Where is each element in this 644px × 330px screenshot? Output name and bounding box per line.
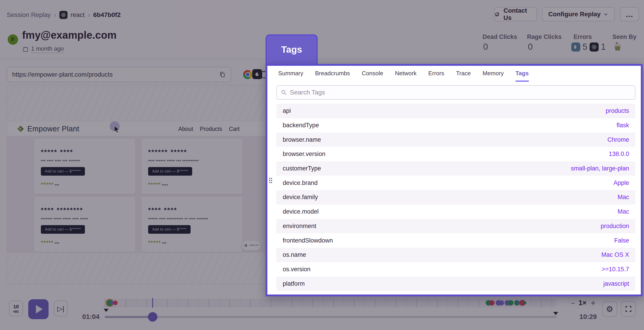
- tag-key: platform: [283, 280, 305, 287]
- tag-value-link[interactable]: small-plan, large-plan: [571, 165, 629, 172]
- react-project-icon: [590, 43, 598, 52]
- tab-network[interactable]: Network: [395, 70, 416, 81]
- tag-value-link[interactable]: False: [614, 237, 629, 244]
- errors-value: 5 1: [571, 42, 606, 52]
- tag-key: frontendSlowdown: [283, 237, 333, 244]
- rewind-10-button[interactable]: 10 ⋘: [9, 301, 23, 316]
- feedback-pill: ****** * ***: [242, 240, 261, 251]
- timeline-event-dot[interactable]: [499, 300, 504, 305]
- breadcrumb-project[interactable]: react: [71, 11, 85, 19]
- replay-url-bar: https://empower-plant.com/products: [7, 67, 231, 82]
- tag-key: os.version: [283, 266, 310, 273]
- tag-value-link[interactable]: flask: [616, 122, 629, 129]
- scrubber-fill: [105, 316, 153, 318]
- rating-count: ***: [55, 241, 60, 245]
- rating-count: ****: [162, 183, 168, 187]
- tab-console[interactable]: Console: [362, 70, 383, 81]
- tag-value-link[interactable]: Mac OS X: [601, 251, 629, 258]
- site-logo-text: Empower Plant: [27, 125, 79, 133]
- fullscreen-button[interactable]: [621, 301, 636, 317]
- replay-details-panel: SummaryBreadcrumbsConsoleNetworkErrorsTr…: [266, 64, 643, 296]
- rewind-chevrons-icon: ⋘: [13, 310, 19, 313]
- search-tags-box: [276, 85, 636, 100]
- rating-stars: *****: [41, 240, 54, 246]
- tag-value-link[interactable]: javascript: [603, 280, 629, 287]
- tag-value-link[interactable]: Apple: [614, 179, 629, 186]
- empower-plant-logo-icon: [17, 125, 24, 132]
- tag-key: device.family: [283, 194, 318, 201]
- chevron-right-icon: ›: [88, 11, 90, 19]
- play-button[interactable]: [28, 299, 48, 319]
- panel-tabs: SummaryBreadcrumbsConsoleNetworkErrorsTr…: [278, 70, 529, 82]
- replay-timestamp: 1 month ago: [22, 45, 64, 53]
- scrubber-handle[interactable]: [148, 312, 158, 322]
- more-options-button[interactable]: …: [620, 7, 639, 21]
- tag-value-link[interactable]: Mac: [618, 194, 629, 201]
- cupcake-avatar-icon: [612, 41, 623, 52]
- tag-value-link[interactable]: products: [606, 107, 629, 114]
- search-tags-input[interactable]: [290, 89, 631, 96]
- tag-value-link[interactable]: 138.0.0: [609, 151, 629, 158]
- configure-replay-button[interactable]: Configure Replay: [542, 7, 615, 21]
- tab-memory[interactable]: Memory: [482, 70, 504, 81]
- current-url: https://empower-plant.com/products: [12, 71, 216, 78]
- current-time: 01:04: [82, 313, 100, 320]
- tag-value-link[interactable]: Chrome: [608, 136, 629, 143]
- next-breadcrumb-button[interactable]: ▷|: [54, 301, 68, 316]
- tab-breadcrumbs[interactable]: Breadcrumbs: [315, 70, 350, 81]
- panel-drag-handle[interactable]: [269, 178, 274, 184]
- tag-value-link[interactable]: production: [601, 223, 629, 230]
- masked-product-title: ****** *****: [148, 148, 187, 156]
- tag-value-link[interactable]: Mac: [618, 208, 629, 215]
- fullscreen-icon: [625, 305, 632, 312]
- contact-us-button[interactable]: Contact Us: [494, 7, 537, 21]
- tag-row: os.version>=10.15.7: [276, 262, 636, 277]
- product-rating: ***** ***: [41, 240, 60, 246]
- tab-tags[interactable]: Tags: [516, 70, 529, 82]
- site-nav: About Products Cart: [178, 126, 261, 132]
- tab-errors[interactable]: Errors: [428, 70, 444, 81]
- page-title: fmy@example.com: [22, 29, 116, 41]
- tag-row: frontendSlowdownFalse: [276, 233, 636, 248]
- mouse-cursor-icon: [114, 125, 120, 133]
- chevron-right-icon: ›: [54, 11, 56, 19]
- flask-error-count: 5: [582, 42, 587, 52]
- timeline-event-dot[interactable]: [523, 301, 526, 304]
- react-error-count: 1: [601, 42, 606, 52]
- megaphone-icon: [244, 243, 248, 247]
- scrubber-track[interactable]: [105, 316, 556, 318]
- copy-url-icon[interactable]: [219, 71, 226, 78]
- timeline-event-dot[interactable]: [113, 301, 118, 305]
- timeline-event-dot[interactable]: [489, 300, 494, 305]
- tag-value-link[interactable]: >=10.15.7: [602, 266, 629, 273]
- rating-count: ***: [55, 183, 60, 187]
- tag-row: device.brandApple: [276, 176, 636, 190]
- tab-trace[interactable]: Trace: [456, 70, 471, 81]
- breadcrumb-session-replay[interactable]: Session Replay: [7, 11, 51, 19]
- tag-key: browser.version: [283, 151, 326, 158]
- speed-decrease-button[interactable]: −: [571, 299, 575, 307]
- product-rating: ***** ***: [148, 240, 167, 246]
- tag-key: browser.name: [283, 136, 321, 143]
- timeline-event-dot[interactable]: [508, 300, 514, 305]
- tag-row: device.familyMac: [276, 190, 636, 205]
- speed-increase-button[interactable]: +: [591, 298, 596, 308]
- settings-button[interactable]: ⚙: [602, 301, 617, 317]
- add-to-cart-button: Add to cart — $******: [41, 167, 85, 176]
- masked-product-description: ******* ***** ***** **** *****: [41, 217, 88, 221]
- tags-tab-tooltip: Tags: [266, 34, 318, 68]
- megaphone-icon: [494, 11, 501, 18]
- tag-key: device.brand: [283, 179, 318, 186]
- site-header: Empower Plant About Products Cart: [7, 122, 271, 136]
- speed-value[interactable]: 1×: [578, 299, 586, 307]
- gear-icon: ⚙: [606, 304, 613, 314]
- total-duration: 10:29: [580, 313, 597, 320]
- errors-label: Errors: [574, 34, 592, 41]
- seen-by-avatar: [612, 41, 623, 53]
- chrome-browser-icon: [243, 70, 252, 79]
- rage-clicks-value: 0: [528, 42, 533, 52]
- breadcrumb-replay-id: 6b47b0f2: [93, 11, 120, 19]
- masked-product-description: **** ****** ***** *** **********: [148, 159, 199, 163]
- search-icon: [281, 90, 287, 95]
- tab-summary[interactable]: Summary: [278, 70, 303, 81]
